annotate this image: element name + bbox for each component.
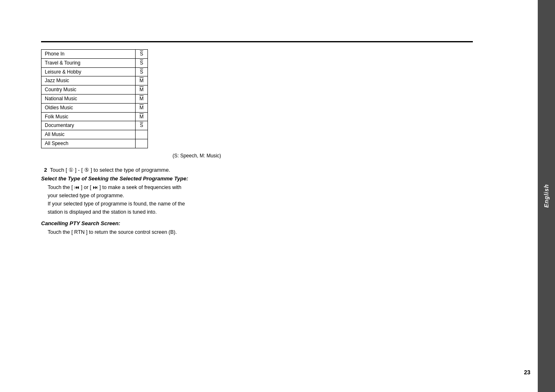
table-cell-code: S — [136, 58, 148, 67]
table-cell-code — [136, 139, 148, 148]
table-cell-name: Travel & Touring — [41, 58, 136, 67]
cancel-text: Touch the [ RTN ] to return the source c… — [48, 229, 177, 235]
table-row: Oldies MusicM — [41, 103, 148, 112]
table-cell-name: Country Music — [41, 85, 136, 95]
pty-table: Phone InSTravel & TouringSLeisure & Hobb… — [41, 49, 148, 148]
step-2-text: Touch [ ① ] - [ ⑤ ] to select the type o… — [50, 167, 170, 173]
table-cell-name: All Speech — [41, 139, 136, 148]
seeking-line4: station is displayed and the station is … — [48, 209, 157, 215]
table-cell-code: M — [136, 85, 148, 95]
main-content: Phone InSTravel & TouringSLeisure & Hobb… — [41, 49, 465, 240]
table-cell-code: M — [136, 112, 148, 121]
step-2-line: 2 Touch [ ① ] - [ ⑤ ] to select the type… — [41, 167, 465, 173]
table-row: All Speech — [41, 139, 148, 148]
table-cell-code: S — [136, 67, 148, 76]
table-cell-name: Jazz Music — [41, 76, 136, 85]
page-container: English 23 Phone InSTravel & TouringSLei… — [0, 0, 555, 392]
seeking-body: Touch the [ ⏮ ] or [ ⏭ ] to make a seek … — [48, 183, 465, 216]
seeking-line3: If your selected type of programme is fo… — [48, 201, 185, 207]
seeking-line1: Touch the [ ⏮ ] or [ ⏭ ] to make a seek … — [48, 184, 181, 190]
cancel-body: Touch the [ RTN ] to return the source c… — [48, 228, 465, 236]
cancel-heading: Cancelling PTY Search Screen: — [41, 220, 465, 226]
table-cell-code: M — [136, 94, 148, 103]
table-row: All Music — [41, 130, 148, 139]
table-row: Jazz MusicM — [41, 76, 148, 85]
top-rule — [41, 41, 473, 42]
table-row: Leisure & HobbyS — [41, 67, 148, 76]
table-cell-code: S — [136, 50, 148, 59]
table-cell-name: Documentary — [41, 121, 136, 130]
table-cell-code — [136, 130, 148, 139]
sidebar: English — [538, 0, 555, 392]
table-cell-name: Leisure & Hobby — [41, 67, 136, 76]
table-cell-code: M — [136, 76, 148, 85]
table-row: National MusicM — [41, 94, 148, 103]
table-cell-name: Phone In — [41, 50, 136, 59]
table-row: Folk MusicM — [41, 112, 148, 121]
table-row: Phone InS — [41, 50, 148, 59]
table-cell-code: M — [136, 103, 148, 112]
table-cell-name: National Music — [41, 94, 136, 103]
legend-text: (S: Speech, M: Music) — [173, 153, 221, 159]
sidebar-label: English — [543, 184, 550, 208]
table-row: Travel & TouringS — [41, 58, 148, 67]
page-number: 23 — [524, 369, 530, 376]
seeking-line2: your selected type of programme. — [48, 193, 124, 198]
table-row: Country MusicM — [41, 85, 148, 95]
table-cell-name: All Music — [41, 130, 136, 139]
seeking-heading: Select the Type of Seeking the Selected … — [41, 175, 465, 182]
table-row: DocumentaryS — [41, 121, 148, 130]
table-cell-code: S — [136, 121, 148, 130]
table-cell-name: Folk Music — [41, 112, 136, 121]
table-cell-name: Oldies Music — [41, 103, 136, 112]
step-content: 2 Touch [ ① ] - [ ⑤ ] to select the type… — [41, 167, 465, 236]
